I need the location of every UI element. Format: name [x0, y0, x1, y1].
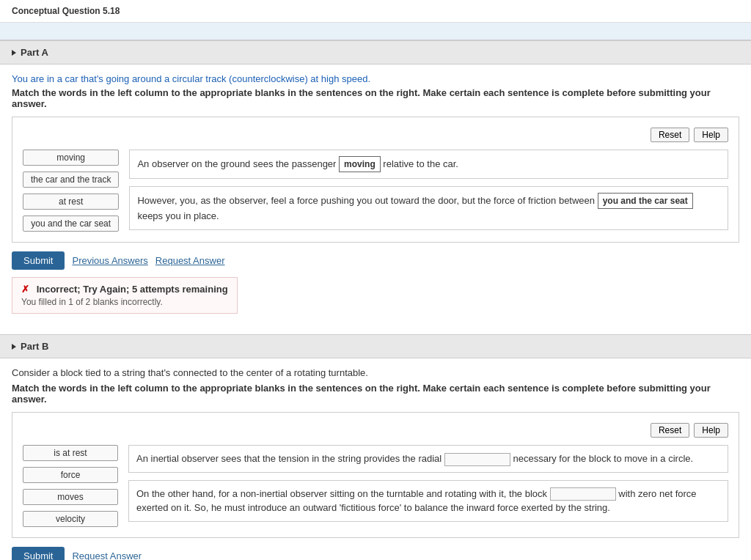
submit-button-b[interactable]: Submit — [12, 547, 65, 560]
part-a-match-box: Reset Help moving the car and the track … — [12, 117, 739, 243]
part-b-description: Consider a block tied to a string that's… — [12, 367, 739, 378]
breadcrumb-bar — [0, 23, 751, 40]
part-b-action-row: Submit Request Answer — [12, 547, 739, 560]
part-b-word-column: is at rest force moves velocity — [23, 445, 118, 527]
part-b-sentence2-blank[interactable] — [550, 487, 616, 501]
word-chip-moves[interactable]: moves — [23, 489, 118, 505]
submit-button-a[interactable]: Submit — [12, 251, 65, 270]
sentence2-text-end: keeps you in place. — [137, 210, 219, 221]
part-b-header: Part B — [0, 334, 751, 358]
word-chip-is-at-rest[interactable]: is at rest — [23, 445, 118, 461]
part-b-controls: Reset Help — [23, 423, 728, 438]
part-b-match-box: Reset Help is at rest force moves veloci… — [12, 412, 739, 538]
request-answer-button-a[interactable]: Request Answer — [155, 255, 225, 266]
part-a-word-column: moving the car and the track at rest you… — [23, 150, 119, 232]
part-a-match-content: moving the car and the track at rest you… — [23, 150, 728, 232]
word-chip-at-rest[interactable]: at rest — [23, 194, 119, 210]
part-b-sentence2-start: On the other hand, for a non-inertial ob… — [136, 488, 547, 499]
triangle-icon-b — [12, 344, 16, 350]
sentence1-text-start: An observer on the ground sees the passe… — [137, 158, 336, 169]
triangle-icon-a — [12, 50, 16, 56]
word-chip-the-car-and-the-track[interactable]: the car and the track — [23, 172, 119, 188]
part-b-sentence1-start: An inertial observer sees that the tensi… — [136, 453, 442, 464]
part-a-controls: Reset Help — [23, 128, 728, 142]
part-b-sentence2: On the other hand, for a non-inertial ob… — [128, 480, 728, 522]
previous-answers-button[interactable]: Previous Answers — [72, 255, 147, 266]
error-title-row: ✗ Incorrect; Try Again; 5 attempts remai… — [21, 284, 228, 295]
word-chip-you-and-car-seat[interactable]: you and the car seat — [23, 215, 119, 232]
sentence2-text-start: However, you, as the observer, feel a fo… — [137, 195, 595, 206]
part-a-sentences: An observer on the ground sees the passe… — [129, 150, 728, 232]
part-a-content: You are in a car that's going around a c… — [0, 65, 751, 323]
part-a-header: Part A — [0, 40, 751, 65]
sentence1-answer: moving — [339, 156, 381, 172]
word-chip-velocity[interactable]: velocity — [23, 511, 118, 527]
request-answer-button-b[interactable]: Request Answer — [72, 550, 142, 560]
part-a-label: Part A — [21, 47, 48, 58]
part-b-sentences: An inertial observer sees that the tensi… — [128, 445, 728, 527]
part-a-instruction2: Match the words in the left column to th… — [12, 87, 739, 109]
help-button-a[interactable]: Help — [694, 128, 728, 142]
error-sub: You filled in 1 of 2 blanks incorrectly. — [21, 297, 228, 307]
part-b-match-content: is at rest force moves velocity An inert… — [23, 445, 728, 527]
part-a-sentence2: However, you, as the observer, feel a fo… — [129, 186, 728, 230]
help-button-b[interactable]: Help — [694, 423, 728, 438]
part-b-sentence1-end: necessary for the block to move in a cir… — [513, 453, 694, 464]
sentence1-text-end: relative to the car. — [383, 158, 458, 169]
error-icon: ✗ — [21, 284, 29, 295]
part-b-content: Consider a block tied to a string that's… — [0, 358, 751, 560]
part-a-instruction1: You are in a car that's going around a c… — [12, 73, 739, 84]
word-chip-force[interactable]: force — [23, 467, 118, 483]
reset-button-a[interactable]: Reset — [651, 128, 689, 142]
reset-button-b[interactable]: Reset — [651, 423, 689, 438]
part-b-label: Part B — [21, 341, 48, 352]
error-box-a: ✗ Incorrect; Try Again; 5 attempts remai… — [12, 277, 238, 314]
part-a-action-row: Submit Previous Answers Request Answer — [12, 251, 739, 270]
sentence2-answer: you and the car seat — [598, 193, 693, 209]
word-chip-moving[interactable]: moving — [23, 150, 119, 166]
part-b-instruction: Match the words in the left column to th… — [12, 383, 739, 405]
part-b-sentence1: An inertial observer sees that the tensi… — [128, 445, 728, 473]
part-a-sentence1: An observer on the ground sees the passe… — [129, 150, 728, 179]
part-b-sentence1-blank[interactable] — [444, 453, 510, 466]
error-title: Incorrect; Try Again; 5 attempts remaini… — [37, 284, 228, 295]
page-title: Conceptual Question 5.18 — [0, 0, 751, 23]
